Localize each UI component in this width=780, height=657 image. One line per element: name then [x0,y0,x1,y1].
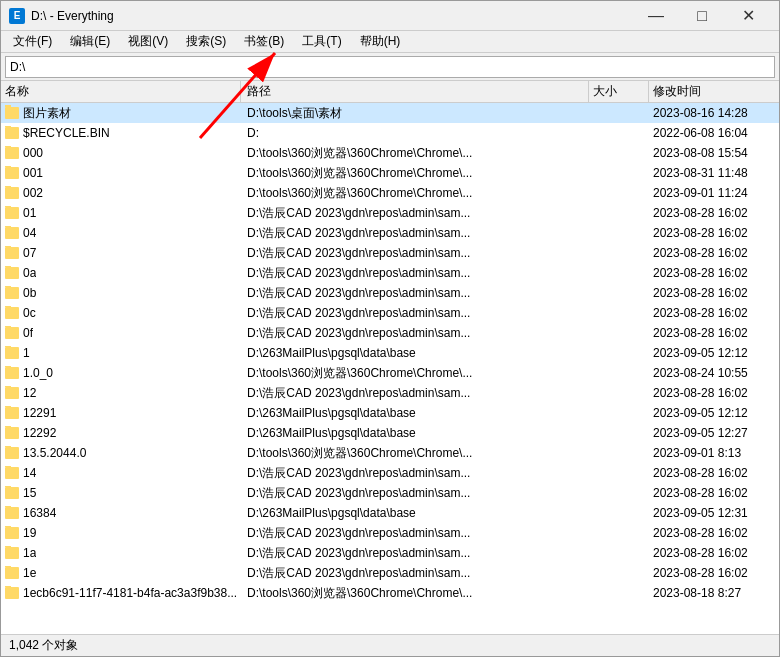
row-name-text: 0f [23,326,33,340]
table-body: 图片素材 D:\tools\桌面\素材 2023-08-16 14:28 $RE… [1,103,779,634]
title-bar: E D:\ - Everything — □ ✕ [1,1,779,31]
folder-icon [5,427,19,439]
minimize-button[interactable]: — [633,1,679,31]
row-date-cell: 2023-08-28 16:02 [649,306,779,320]
table-row[interactable]: 12291 D:\263MailPlus\pgsql\data\base 202… [1,403,779,423]
row-path-cell: D:\tools\360浏览器\360Chrome\Chrome\... [241,185,589,202]
table-row[interactable]: 14 D:\浩辰CAD 2023\gdn\repos\admin\sam... … [1,463,779,483]
table-row[interactable]: 07 D:\浩辰CAD 2023\gdn\repos\admin\sam... … [1,243,779,263]
row-name-text: 1 [23,346,30,360]
table-row[interactable]: 0c D:\浩辰CAD 2023\gdn\repos\admin\sam... … [1,303,779,323]
folder-icon [5,287,19,299]
table-row[interactable]: 04 D:\浩辰CAD 2023\gdn\repos\admin\sam... … [1,223,779,243]
table-row[interactable]: 19 D:\浩辰CAD 2023\gdn\repos\admin\sam... … [1,523,779,543]
row-name-text: 图片素材 [23,105,71,122]
table-row[interactable]: 1ecb6c91-11f7-4181-b4fa-ac3a3f9b38... D:… [1,583,779,603]
col-header-size[interactable]: 大小 [589,81,649,102]
row-name-cell: $RECYCLE.BIN [1,126,241,140]
table-row[interactable]: 0b D:\浩辰CAD 2023\gdn\repos\admin\sam... … [1,283,779,303]
folder-icon [5,367,19,379]
menu-item[interactable]: 搜索(S) [178,31,234,52]
main-window: E D:\ - Everything — □ ✕ 文件(F)编辑(E)视图(V)… [0,0,780,657]
row-name-cell: 1a [1,546,241,560]
file-table: 名称 路径 大小 修改时间 图片素材 D:\tools\桌面\素材 2023-0… [1,81,779,634]
row-name-text: 12292 [23,426,56,440]
table-row[interactable]: 1e D:\浩辰CAD 2023\gdn\repos\admin\sam... … [1,563,779,583]
row-name-text: 000 [23,146,43,160]
table-row[interactable]: 图片素材 D:\tools\桌面\素材 2023-08-16 14:28 [1,103,779,123]
row-name-cell: 0c [1,306,241,320]
table-row[interactable]: 16384 D:\263MailPlus\pgsql\data\base 202… [1,503,779,523]
row-name-cell: 12292 [1,426,241,440]
table-row[interactable]: 001 D:\tools\360浏览器\360Chrome\Chrome\...… [1,163,779,183]
menu-item[interactable]: 编辑(E) [62,31,118,52]
maximize-button[interactable]: □ [679,1,725,31]
menu-item[interactable]: 书签(B) [236,31,292,52]
table-row[interactable]: 1 D:\263MailPlus\pgsql\data\base 2023-09… [1,343,779,363]
row-date-cell: 2023-08-31 11:48 [649,166,779,180]
row-path-cell: D:\tools\360浏览器\360Chrome\Chrome\... [241,585,589,602]
folder-icon [5,387,19,399]
table-row[interactable]: 1a D:\浩辰CAD 2023\gdn\repos\admin\sam... … [1,543,779,563]
col-header-date[interactable]: 修改时间 [649,81,779,102]
col-header-path[interactable]: 路径 [241,81,589,102]
row-name-text: 14 [23,466,36,480]
row-date-cell: 2023-08-08 15:54 [649,146,779,160]
row-name-text: 12 [23,386,36,400]
table-row[interactable]: 0a D:\浩辰CAD 2023\gdn\repos\admin\sam... … [1,263,779,283]
close-button[interactable]: ✕ [725,1,771,31]
menu-item[interactable]: 视图(V) [120,31,176,52]
row-name-cell: 图片素材 [1,105,241,122]
folder-icon [5,327,19,339]
row-date-cell: 2023-08-28 16:02 [649,486,779,500]
table-row[interactable]: 12 D:\浩辰CAD 2023\gdn\repos\admin\sam... … [1,383,779,403]
status-bar: 1,042 个对象 [1,634,779,656]
row-name-text: 15 [23,486,36,500]
row-path-cell: D:\tools\360浏览器\360Chrome\Chrome\... [241,165,589,182]
table-row[interactable]: 15 D:\浩辰CAD 2023\gdn\repos\admin\sam... … [1,483,779,503]
table-row[interactable]: 1.0_0 D:\tools\360浏览器\360Chrome\Chrome\.… [1,363,779,383]
table-row[interactable]: 000 D:\tools\360浏览器\360Chrome\Chrome\...… [1,143,779,163]
menu-item[interactable]: 帮助(H) [352,31,409,52]
folder-icon [5,587,19,599]
row-name-cell: 1ecb6c91-11f7-4181-b4fa-ac3a3f9b38... [1,586,241,600]
table-row[interactable]: 13.5.2044.0 D:\tools\360浏览器\360Chrome\Ch… [1,443,779,463]
row-name-text: 1.0_0 [23,366,53,380]
row-path-cell: D:\tools\桌面\素材 [241,105,589,122]
row-name-text: 12291 [23,406,56,420]
row-path-cell: D:\浩辰CAD 2023\gdn\repos\admin\sam... [241,265,589,282]
row-name-text: 16384 [23,506,56,520]
table-row[interactable]: $RECYCLE.BIN D: 2022-06-08 16:04 [1,123,779,143]
row-name-cell: 0b [1,286,241,300]
row-name-text: 001 [23,166,43,180]
menu-item[interactable]: 工具(T) [294,31,349,52]
row-path-cell: D:\浩辰CAD 2023\gdn\repos\admin\sam... [241,545,589,562]
row-name-text: 002 [23,186,43,200]
row-name-cell: 000 [1,146,241,160]
row-name-cell: 07 [1,246,241,260]
folder-icon [5,207,19,219]
app-icon: E [9,8,25,24]
row-date-cell: 2023-08-28 16:02 [649,326,779,340]
row-date-cell: 2023-09-05 12:12 [649,406,779,420]
folder-icon [5,407,19,419]
folder-icon [5,347,19,359]
row-name-cell: 16384 [1,506,241,520]
folder-icon [5,127,19,139]
col-header-name[interactable]: 名称 [1,81,241,102]
row-date-cell: 2023-09-05 12:27 [649,426,779,440]
table-row[interactable]: 12292 D:\263MailPlus\pgsql\data\base 202… [1,423,779,443]
row-date-cell: 2023-08-28 16:02 [649,566,779,580]
table-row[interactable]: 01 D:\浩辰CAD 2023\gdn\repos\admin\sam... … [1,203,779,223]
row-path-cell: D:\tools\360浏览器\360Chrome\Chrome\... [241,145,589,162]
menu-item[interactable]: 文件(F) [5,31,60,52]
row-name-cell: 19 [1,526,241,540]
folder-icon [5,547,19,559]
row-date-cell: 2023-08-28 16:02 [649,226,779,240]
table-row[interactable]: 002 D:\tools\360浏览器\360Chrome\Chrome\...… [1,183,779,203]
row-path-cell: D:\浩辰CAD 2023\gdn\repos\admin\sam... [241,305,589,322]
window-controls: — □ ✕ [633,1,771,31]
table-row[interactable]: 0f D:\浩辰CAD 2023\gdn\repos\admin\sam... … [1,323,779,343]
search-input[interactable] [5,56,775,78]
row-name-cell: 0f [1,326,241,340]
